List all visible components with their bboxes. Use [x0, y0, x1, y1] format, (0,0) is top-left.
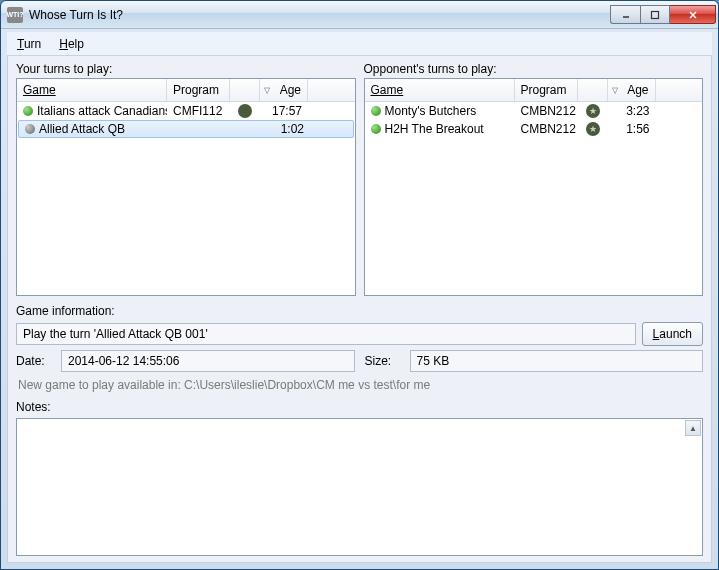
program-icon: [238, 104, 252, 118]
col-header-age[interactable]: ▽ Age: [260, 79, 308, 101]
opponent-turns-list[interactable]: Game Program ▽ Age Monty's ButchersCMBN2…: [364, 78, 704, 296]
your-turns-list[interactable]: Game Program ▽ Age Italians attack Canad…: [16, 78, 356, 296]
age-value: 17:57: [260, 103, 308, 119]
col-header-game[interactable]: Game: [365, 79, 515, 101]
titlebar: WTI? Whose Turn Is It?: [1, 1, 718, 29]
sort-arrow-icon: ▽: [264, 86, 270, 95]
col-header-program[interactable]: Program: [167, 79, 230, 101]
opponent-turns-panel: Opponent's turns to play: Game Program ▽…: [364, 62, 704, 296]
game-name: Allied Attack QB: [39, 122, 125, 136]
age-value: 1:56: [608, 121, 656, 137]
minimize-button[interactable]: [610, 5, 640, 24]
col-header-progicon[interactable]: [230, 79, 260, 101]
col-header-program[interactable]: Program: [515, 79, 578, 101]
your-turns-panel: Your turns to play: Game Program ▽ Age I…: [16, 62, 356, 296]
app-icon: WTI?: [7, 7, 23, 23]
table-row[interactable]: Monty's ButchersCMBN2123:23: [365, 102, 703, 120]
status-dot-icon: [371, 124, 381, 134]
game-name: Italians attack Canadians...: [37, 104, 167, 118]
notes-textarea[interactable]: ▲: [16, 418, 703, 556]
menu-turn[interactable]: Turn: [13, 35, 45, 53]
sort-arrow-icon: ▽: [612, 86, 618, 95]
date-field: 2014-06-12 14:55:06: [61, 350, 355, 372]
status-line: New game to play available in: C:\Users\…: [16, 376, 703, 394]
launch-button[interactable]: Launch: [642, 322, 703, 346]
table-row[interactable]: Italians attack Canadians...CMFI11217:57: [17, 102, 355, 120]
maximize-button[interactable]: [640, 5, 670, 24]
age-value: 1:02: [262, 121, 310, 137]
your-turns-label: Your turns to play:: [16, 62, 356, 76]
status-dot-icon: [25, 124, 35, 134]
status-dot-icon: [23, 106, 33, 116]
menubar: Turn Help: [7, 32, 712, 56]
table-row[interactable]: Allied Attack QB1:02: [18, 120, 354, 138]
game-info-label: Game information:: [16, 304, 703, 318]
table-row[interactable]: H2H The BreakoutCMBN2121:56: [365, 120, 703, 138]
col-header-age[interactable]: ▽ Age: [608, 79, 656, 101]
turn-info-field: Play the turn 'Allied Attack QB 001': [16, 323, 636, 345]
program-name: CMBN212: [515, 121, 578, 137]
game-name: Monty's Butchers: [385, 104, 477, 118]
scroll-up-icon[interactable]: ▲: [685, 420, 701, 436]
size-field: 75 KB: [410, 350, 704, 372]
star-icon: [586, 104, 600, 118]
size-label: Size:: [365, 354, 400, 368]
star-icon: [586, 122, 600, 136]
col-header-progicon[interactable]: [578, 79, 608, 101]
col-header-game[interactable]: Game: [17, 79, 167, 101]
svg-rect-1: [652, 11, 659, 18]
opponent-turns-label: Opponent's turns to play:: [364, 62, 704, 76]
program-name: CMBN212: [515, 103, 578, 119]
window-title: Whose Turn Is It?: [29, 8, 610, 22]
status-dot-icon: [371, 106, 381, 116]
close-button[interactable]: [670, 5, 716, 24]
age-value: 3:23: [608, 103, 656, 119]
program-name: CMFI112: [167, 103, 230, 119]
program-name: [169, 128, 232, 130]
notes-label: Notes:: [16, 400, 703, 414]
game-name: H2H The Breakout: [385, 122, 484, 136]
menu-help[interactable]: Help: [55, 35, 88, 53]
date-label: Date:: [16, 354, 51, 368]
